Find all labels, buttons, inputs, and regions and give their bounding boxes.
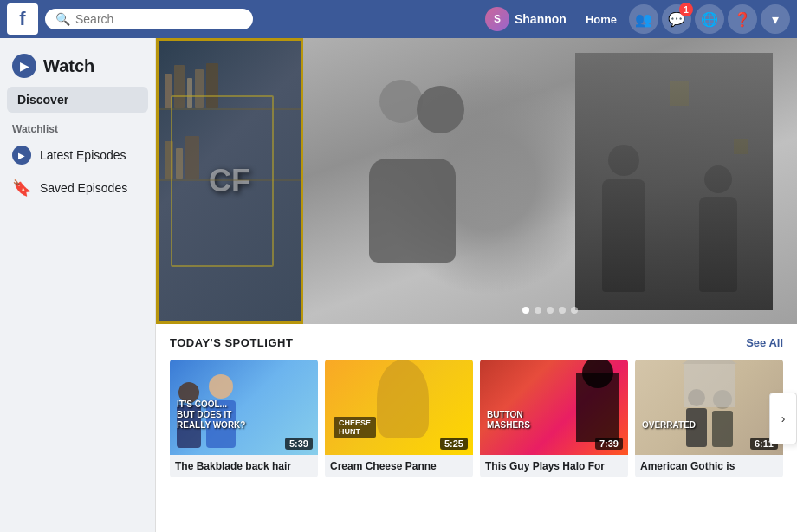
hero-people-group — [303, 38, 797, 324]
spotlight-title: TODAY'S SPOTLIGHT — [170, 336, 293, 349]
video-title-4: American Gothic is — [635, 455, 783, 477]
carousel-dot-5[interactable] — [571, 307, 578, 314]
video-card-3[interactable]: BUTTONMASHERS 7:39 This Guy Plays Halo F… — [480, 360, 628, 477]
hero-left-image: CF — [156, 38, 303, 324]
search-input[interactable] — [75, 12, 231, 26]
nav-username: Shannon — [515, 12, 567, 26]
sidebar-item-latest-episodes[interactable]: ▶ Latest Episodes — [0, 139, 155, 172]
video-duration-2: 5:25 — [440, 438, 468, 450]
avatar-initial: S — [494, 13, 501, 25]
avatar: S — [485, 7, 509, 31]
person-body-1 — [369, 159, 456, 263]
messenger-badge: 1 — [679, 3, 693, 16]
spotlight-next-button[interactable]: › — [769, 393, 797, 444]
carousel-dot-1[interactable] — [522, 307, 529, 314]
watchlist-section-label: Watchlist — [0, 113, 155, 139]
video-overlay-text-4: OVERRATED — [642, 420, 696, 431]
watch-icon: ▶ — [12, 54, 36, 78]
cheese-hunt-logo: CHEESEHUNT — [334, 417, 376, 438]
page-layout: ▶ Watch Discover Watchlist ▶ Latest Epis… — [0, 38, 797, 532]
right-group — [579, 62, 762, 301]
latest-episodes-label: Latest Episodes — [40, 148, 126, 162]
cheese-shape — [377, 360, 429, 438]
video-thumb-1: IT'S COOL...BUT DOES ITREALLY WORK? 5:39 — [170, 360, 318, 455]
spotlight-header: TODAY'S SPOTLIGHT See All — [170, 336, 783, 349]
top-navigation: f 🔍 S Shannon Home 👥 💬 1 🌐 ❓ ▾ — [0, 0, 797, 38]
carousel-dots — [522, 307, 578, 314]
video-thumb-2: CHEESEHUNT 5:25 — [325, 360, 473, 455]
dropdown-icon-button[interactable]: ▾ — [761, 4, 790, 34]
saved-episodes-label: Saved Episodes — [40, 181, 127, 195]
video-title-1: The Bakblade back hair — [170, 455, 318, 477]
chevron-right-icon: › — [781, 412, 786, 425]
play-icon: ▶ — [20, 59, 29, 73]
shelf-border — [171, 95, 274, 267]
carousel-main-panel[interactable] — [303, 38, 797, 324]
gamer-silhouette — [576, 373, 619, 442]
globe-icon: 🌐 — [701, 11, 718, 28]
yellow-accent-1 — [670, 81, 689, 106]
carousel-dot-2[interactable] — [535, 307, 541, 314]
play-circle-icon: ▶ — [12, 146, 31, 165]
bookmark-icon: 🔖 — [12, 178, 31, 198]
video-thumb-4: OVERRATED 6:11 — [635, 360, 783, 455]
person-head-1 — [379, 80, 423, 123]
video-overlay-text-3: BUTTONMASHERS — [487, 410, 530, 431]
globe-icon-button[interactable]: 🌐 — [695, 4, 724, 34]
dropdown-icon: ▾ — [772, 11, 779, 28]
sidebar: ▶ Watch Discover Watchlist ▶ Latest Epis… — [0, 38, 156, 532]
hero-main-image — [303, 38, 797, 324]
video-card-4[interactable]: OVERRATED 6:11 American Gothic is — [635, 360, 783, 477]
see-all-button[interactable]: See All — [746, 336, 783, 349]
home-button[interactable]: Home — [577, 10, 625, 29]
person-3 — [579, 145, 668, 292]
help-icon-button[interactable]: ❓ — [728, 4, 757, 34]
video-duration-1: 5:39 — [285, 438, 313, 450]
yellow-accent-2 — [734, 139, 748, 154]
nav-user-profile[interactable]: S Shannon — [478, 3, 573, 35]
hero-carousel[interactable]: CF — [156, 38, 797, 324]
video-overlay-text-1: IT'S COOL...BUT DOES ITREALLY WORK? — [177, 399, 245, 431]
friends-icon: 👥 — [635, 11, 652, 28]
sidebar-item-saved-episodes[interactable]: 🔖 Saved Episodes — [0, 172, 155, 204]
video-card-1[interactable]: IT'S COOL...BUT DOES ITREALLY WORK? 5:39… — [170, 360, 318, 477]
person-body-4 — [699, 197, 737, 292]
left-couple — [338, 68, 545, 295]
video-title-3: This Guy Plays Halo For — [480, 455, 628, 477]
search-icon: 🔍 — [55, 12, 70, 26]
page-title: Watch — [43, 56, 94, 76]
carousel-dot-3[interactable] — [547, 307, 554, 314]
house-roof — [682, 360, 737, 364]
video-title-2: Cream Cheese Panne — [325, 455, 473, 477]
gothic-house — [684, 364, 735, 407]
video-card-2[interactable]: CHEESEHUNT 5:25 Cream Cheese Panne — [325, 360, 473, 477]
person-head-4 — [704, 165, 732, 193]
video-thumb-3: BUTTONMASHERS 7:39 — [480, 360, 628, 455]
person-4 — [673, 165, 762, 292]
spotlight-grid: IT'S COOL...BUT DOES ITREALLY WORK? 5:39… — [170, 360, 783, 477]
person-head-2 — [417, 86, 464, 133]
carousel-left-panel[interactable]: CF — [156, 38, 303, 324]
facebook-logo[interactable]: f — [7, 3, 38, 35]
spotlight-section: TODAY'S SPOTLIGHT See All — [156, 324, 797, 486]
person-head-3 — [608, 145, 639, 176]
help-icon: ❓ — [734, 11, 751, 28]
search-bar[interactable]: 🔍 — [45, 9, 253, 29]
sidebar-title-area: ▶ Watch — [0, 49, 155, 87]
video-duration-3: 7:39 — [595, 438, 623, 450]
carousel-dot-4[interactable] — [559, 307, 566, 314]
main-content: CF — [156, 38, 797, 532]
nav-right-section: S Shannon Home 👥 💬 1 🌐 ❓ ▾ — [478, 3, 790, 35]
sidebar-item-discover[interactable]: Discover — [7, 87, 148, 113]
person-body-3 — [602, 179, 645, 292]
friends-icon-button[interactable]: 👥 — [629, 4, 658, 34]
messenger-icon-button[interactable]: 💬 1 — [662, 4, 691, 34]
